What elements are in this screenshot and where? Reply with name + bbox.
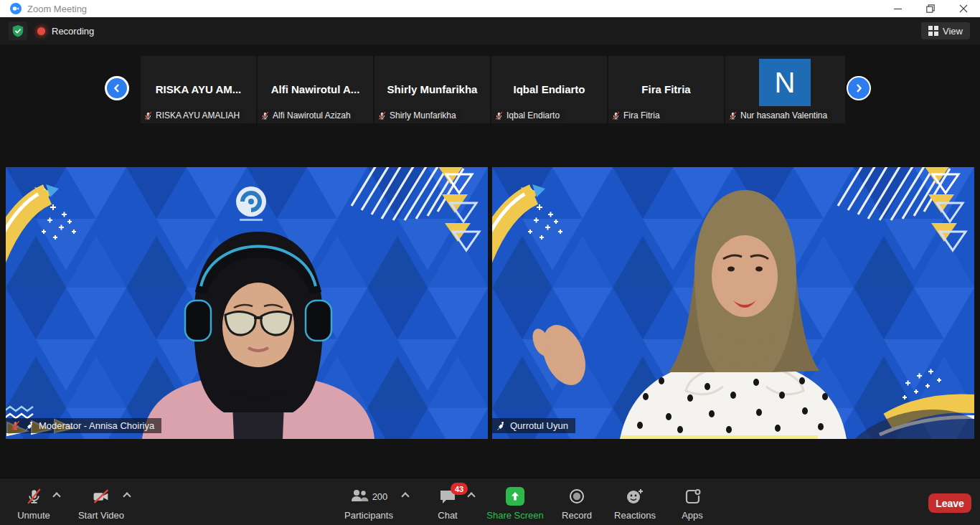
participants-options-chevron[interactable] (402, 491, 408, 498)
reactions-label: Reactions (614, 510, 656, 521)
chat-unread-badge: 43 (451, 483, 468, 495)
participant-nameplate: RISKA AYU AMALIAH (141, 109, 245, 122)
participant-nameplate: Shirly Munfarikha (374, 109, 461, 122)
active-speaker-nameplate: Qurrotul Uyun (492, 418, 575, 433)
mic-muted-icon (494, 111, 504, 120)
unmute-label: Unmute (17, 510, 50, 521)
participant-nameplate-label: RISKA AYU AMALIAH (156, 110, 240, 120)
previous-participants-button[interactable] (105, 76, 129, 100)
virtual-background-illustration (6, 167, 488, 439)
restore-button[interactable] (914, 0, 947, 17)
close-button[interactable] (947, 0, 980, 17)
yellow-underline-decoration (621, 435, 818, 439)
participant-name-center: Fira Fitria (608, 83, 724, 95)
participant-tile[interactable]: Iqbal Endiarto Iqbal Endiarto (491, 56, 607, 123)
participant-tile[interactable]: RISKA AYU AM... RISKA AYU AMALIAH (141, 56, 256, 123)
participant-nameplate-label: Fira Fitria (623, 110, 660, 120)
apps-button[interactable]: Apps (673, 478, 712, 525)
participants-icon (350, 488, 369, 504)
speaker-name-label: Qurrotul Uyun (510, 420, 568, 431)
participant-name-center: Shirly Munfarikha (374, 83, 490, 95)
chat-label: Chat (438, 510, 457, 521)
share-screen-button[interactable]: Share Screen (479, 478, 551, 525)
participant-nameplate: Nur hasanah Valentina (725, 109, 832, 122)
chevron-left-icon (111, 82, 123, 94)
recording-label: Recording (52, 26, 94, 37)
meeting-toolbar: Unmute Start Video 200 Participants (0, 478, 980, 525)
participant-nameplate: Alfi Nawirotul Azizah (258, 109, 356, 122)
participant-nameplate-label: Nur hasanah Valentina (740, 110, 827, 120)
mic-muted-icon (25, 488, 43, 506)
title-bar: Zoom Meeting (0, 0, 980, 17)
participant-tile[interactable]: Shirly Munfarikha Shirly Munfarikha (374, 56, 490, 123)
leave-button[interactable]: Leave (928, 493, 971, 513)
mic-muted-icon (611, 111, 621, 120)
apps-label: Apps (682, 510, 703, 521)
record-label: Record (562, 510, 592, 521)
speaker-name-label: Moderator - Annisa Choiriya (39, 420, 154, 431)
participant-tile[interactable]: Fira Fitria Fira Fitria (608, 56, 724, 123)
mic-muted-icon (260, 111, 270, 120)
participant-nameplate: Iqbal Endiarto (491, 109, 565, 122)
participant-name-center: RISKA AYU AM... (141, 83, 256, 95)
participants-count: 200 (372, 491, 388, 502)
meeting-stage: RISKA AYU AM... RISKA AYU AMALIAH Alfi N… (0, 44, 980, 478)
active-speaker-nameplate: Moderator - Annisa Choiriya (6, 418, 161, 433)
view-button-label: View (943, 26, 963, 37)
pin-icon (25, 421, 34, 431)
start-video-label: Start Video (78, 510, 124, 521)
reactions-icon (626, 488, 644, 505)
share-screen-label: Share Screen (486, 510, 544, 521)
unmute-button[interactable]: Unmute (11, 478, 56, 525)
participant-nameplate-label: Iqbal Endiarto (507, 110, 560, 120)
participants-label: Participants (344, 510, 393, 521)
video-feed-moderator[interactable]: Moderator - Annisa Choiriya (6, 167, 488, 439)
pin-icon (496, 421, 506, 431)
share-screen-icon (506, 487, 524, 506)
start-video-button[interactable]: Start Video (75, 478, 128, 525)
video-muted-icon (92, 488, 110, 506)
chevron-right-icon (853, 82, 864, 94)
participant-thumbnail-strip: RISKA AYU AM... RISKA AYU AMALIAH Alfi N… (141, 56, 845, 123)
window-title: Zoom Meeting (27, 4, 87, 14)
recording-indicator[interactable]: Recording (37, 26, 94, 37)
virtual-background-illustration (492, 167, 974, 439)
record-icon (568, 488, 585, 505)
apps-icon (684, 488, 701, 505)
grid-view-icon (928, 26, 938, 36)
participant-nameplate-label: Alfi Nawirotul Azizah (273, 110, 351, 120)
participant-avatar: N (759, 59, 811, 106)
participant-name-center: Iqbal Endiarto (491, 83, 607, 95)
zoom-app-icon (10, 3, 22, 14)
mic-muted-icon (728, 111, 738, 120)
record-button[interactable]: Record (554, 478, 600, 525)
minimize-button[interactable] (881, 0, 914, 17)
video-feed-speaker[interactable]: Qurrotul Uyun (492, 167, 974, 439)
next-participants-button[interactable] (847, 76, 871, 100)
chat-button[interactable]: 43 Chat (428, 478, 468, 525)
view-button[interactable]: View (921, 22, 970, 39)
mic-muted-icon (377, 111, 387, 120)
security-shield-icon[interactable] (9, 22, 27, 40)
participant-nameplate: Fira Fitria (608, 109, 665, 122)
audio-options-chevron[interactable] (53, 491, 60, 498)
zoom-meeting-window: Zoom Meeting Recording View (0, 0, 980, 525)
participant-tile[interactable]: N Nur hasanah Valentina (725, 56, 845, 123)
participants-button[interactable]: 200 Participants (337, 478, 400, 525)
video-options-chevron[interactable] (123, 491, 130, 498)
participant-nameplate-label: Shirly Munfarikha (390, 110, 456, 120)
mic-muted-icon (143, 111, 153, 120)
reactions-button[interactable]: Reactions (607, 478, 663, 525)
meeting-info-bar: Recording View (0, 17, 980, 44)
mic-muted-icon (10, 420, 21, 431)
participant-name-center: Alfi Nawirotul A... (258, 83, 373, 95)
recording-dot-icon (37, 27, 45, 35)
participant-tile[interactable]: Alfi Nawirotul A... Alfi Nawirotul Aziza… (258, 56, 373, 123)
chat-options-chevron[interactable] (468, 491, 474, 498)
